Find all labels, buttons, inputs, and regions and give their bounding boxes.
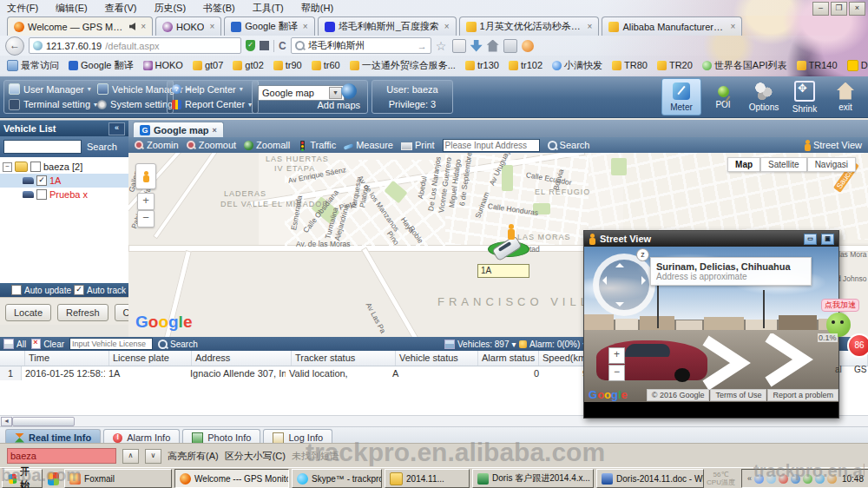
bookmark-star-icon[interactable]: ☆ [436, 40, 448, 52]
taskbar-button[interactable]: Welcome --- GPS Monitor... [174, 469, 289, 488]
browser-tab[interactable]: Google 翻译× [224, 16, 314, 36]
exit-button[interactable]: exit [826, 78, 865, 115]
close-icon[interactable]: × [303, 22, 308, 31]
tray-icon[interactable] [766, 474, 776, 484]
close-icon[interactable]: × [444, 22, 450, 31]
close-icon[interactable]: × [730, 22, 735, 31]
highlight-all-button[interactable]: 高亮所有(A) [168, 450, 219, 463]
zoom-in-button[interactable]: + [137, 193, 155, 210]
accelerator-bubble[interactable]: 点我加速 [821, 299, 859, 312]
table-search-button[interactable]: Search [158, 340, 198, 349]
zoomall-button[interactable]: Zoomall [244, 140, 290, 150]
tray-icon[interactable] [815, 474, 825, 484]
addon-icon[interactable] [522, 40, 534, 52]
browser-tab[interactable]: 塔毛利帕斯州_百度搜索× [318, 16, 457, 36]
zoom-in-button[interactable]: + [608, 347, 625, 364]
bookmark-item[interactable]: 小满快发 [552, 59, 602, 72]
group-checkbox[interactable] [30, 162, 41, 172]
bookmark-item[interactable]: 世界各国API列表 [702, 59, 787, 72]
meter-button[interactable]: Meter [661, 78, 701, 115]
extension-icon[interactable] [260, 41, 269, 50]
options-button[interactable]: Options [745, 78, 783, 115]
vehicle-group-row[interactable]: − baeza [2] [0, 160, 128, 174]
start-button[interactable]: 开始 [2, 469, 43, 488]
bookmark-item[interactable]: Google 翻译 [69, 59, 134, 72]
vehicle-checkbox[interactable]: ✓ [36, 175, 47, 186]
map-address-input[interactable] [443, 139, 540, 152]
vehicle-search-button[interactable]: Search [87, 142, 117, 152]
find-next-icon[interactable]: ∨ [145, 449, 161, 464]
map-search-button[interactable]: Search [548, 140, 590, 150]
security-shield-icon[interactable]: ✓ [246, 40, 255, 51]
download-icon[interactable] [470, 40, 483, 52]
street-view-image[interactable]: z Surinam, Delicias, Chihuahua Address i… [584, 247, 838, 402]
find-previous-icon[interactable]: ∧ [122, 449, 139, 464]
map-type-navigasi[interactable]: Navigasi [807, 157, 856, 172]
browser-tab[interactable]: HOKO× [155, 16, 221, 36]
minimize-icon[interactable]: – [812, 2, 829, 16]
vehicle-checkbox[interactable] [36, 189, 47, 200]
bookmark-item[interactable]: 最常访问 [7, 59, 59, 72]
zoomout-button[interactable]: Zoomout [187, 140, 236, 150]
tray-icon[interactable] [754, 474, 764, 484]
tree-expander-icon[interactable]: − [3, 162, 12, 172]
bookmark-item[interactable]: gt02 [233, 60, 263, 70]
arrow-left-icon[interactable] [602, 276, 607, 285]
pegman-control[interactable] [135, 163, 156, 189]
tray-icon[interactable] [791, 474, 800, 484]
back-button[interactable]: ← [5, 36, 24, 56]
shrink-button[interactable]: Shrink [786, 78, 824, 115]
terms-link[interactable]: Terms of Use [710, 389, 766, 401]
browser-tab[interactable]: Alibaba Manufacturer Dire...× [602, 16, 742, 36]
map-select[interactable]: Google map▼ [258, 85, 345, 101]
map-tab[interactable]: G Google map × [133, 122, 224, 138]
menu-terminal-setting[interactable]: Terminal setting▾ [9, 99, 97, 110]
menu-item[interactable]: 查看(V) [105, 2, 137, 15]
search-bar[interactable]: 塔毛利帕斯州 → [291, 37, 431, 54]
poi-button[interactable]: POI [704, 78, 742, 115]
ping-badge[interactable]: 86 [847, 333, 868, 358]
menu-user-manager[interactable]: User Manager▾ [9, 83, 97, 95]
menu-item[interactable]: 工具(T) [253, 2, 284, 15]
collapse-panel-icon[interactable]: « [108, 122, 125, 135]
menu-help-center[interactable]: ?Help Center▾ [172, 84, 253, 95]
bookmark-item[interactable]: TR20 [657, 60, 693, 70]
clear-button[interactable]: Clear [31, 339, 64, 349]
browser-tab[interactable]: Welcome — GPS Monitor ...× [7, 16, 153, 36]
bookmark-item[interactable]: tr102 [509, 60, 542, 70]
match-case-checkbox[interactable]: 区分大小写(C) [225, 450, 286, 463]
bookmark-item[interactable]: 一达通外贸综合服务... [350, 59, 456, 72]
library-icon[interactable] [452, 39, 466, 53]
scroll-thumb[interactable] [12, 417, 75, 426]
traffic-button[interactable]: Traffic [298, 140, 336, 150]
bookmark-item[interactable]: DHL开户 [847, 59, 868, 72]
close-icon[interactable]: × [209, 22, 214, 31]
menu-item[interactable]: 编辑(E) [56, 2, 88, 15]
column-header[interactable]: Address [192, 351, 292, 366]
vehicle-item[interactable]: ✓1A [0, 174, 128, 188]
street-view-toggle[interactable]: Street View [804, 140, 862, 151]
print-button[interactable]: Print [401, 140, 435, 150]
map-type-map[interactable]: Map [727, 157, 760, 172]
auto-track-checkbox[interactable]: ✓ [74, 285, 84, 295]
browser-tab[interactable]: 1月英文优化活动秒杀活动× [459, 16, 600, 36]
address-bar[interactable]: 121.37.60.19/default.aspx [29, 37, 241, 54]
column-header[interactable]: Speed(km... [539, 351, 589, 366]
auto-update-checkbox[interactable] [11, 285, 22, 295]
menu-item[interactable]: 历史(S) [154, 2, 186, 15]
menu-item[interactable]: 帮助(H) [301, 2, 333, 15]
arrow-right-icon[interactable] [641, 276, 646, 285]
arrow-up-icon[interactable] [615, 263, 624, 267]
close-icon[interactable]: × [588, 22, 593, 31]
zoom-out-button[interactable]: − [608, 365, 625, 381]
vehicle-marker[interactable] [483, 226, 535, 260]
column-header[interactable]: Alarm status [478, 351, 539, 366]
tray-icon[interactable] [779, 474, 788, 484]
close-icon[interactable]: × [849, 2, 865, 16]
chevron-down-icon[interactable]: ▼ [329, 87, 342, 99]
map-type-satellite[interactable]: Satellite [760, 157, 807, 172]
add-maps-icon[interactable] [341, 83, 357, 99]
taskbar-button[interactable]: Doris 客户跟进2014.4.x... [472, 469, 594, 488]
bookmark-item[interactable]: HOKO [143, 60, 183, 70]
print-icon[interactable] [503, 39, 517, 53]
